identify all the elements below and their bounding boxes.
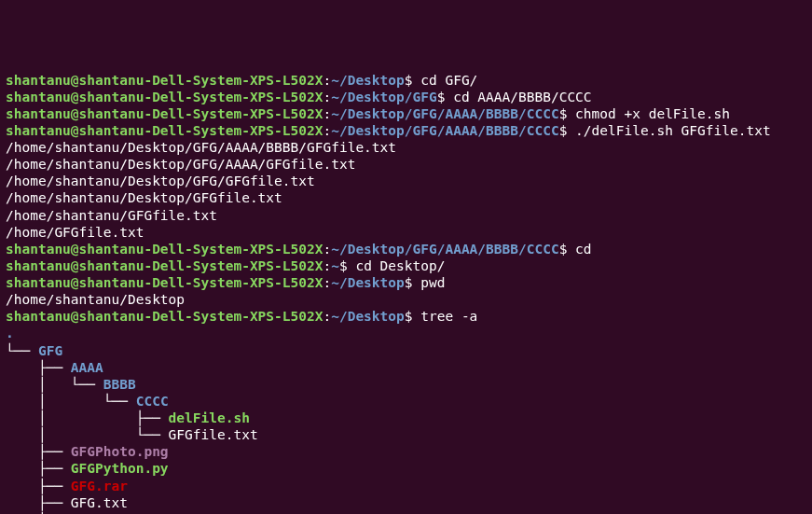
- tree-branch: │ └──: [6, 394, 136, 409]
- tree-node: GFGfile.txt: [169, 427, 258, 442]
- tree-row: ├── GFGPhoto.png: [6, 443, 806, 460]
- prompt-dollar: $: [405, 73, 413, 88]
- prompt-path: ~/Desktop/GFG/AAAA/BBBB/CCCC: [331, 242, 558, 257]
- output-line: /home/shantanu/Desktop/GFG/AAAA/GFGfile.…: [6, 156, 806, 173]
- command-text: cd GFG/: [413, 73, 478, 88]
- tree-branch: └──: [6, 343, 38, 358]
- terminal-line: shantanu@shantanu-Dell-System-XPS-L502X:…: [6, 122, 806, 139]
- prompt-colon: :: [323, 73, 331, 88]
- tree-row: ├── GFG.rar: [6, 478, 806, 494]
- prompt-colon: :: [323, 309, 331, 324]
- output-line: /home/GFGfile.txt: [6, 224, 806, 241]
- prompt-user: shantanu@shantanu-Dell-System-XPS-L502X: [6, 106, 323, 121]
- tree-row: ├── AAAA: [6, 359, 806, 376]
- prompt-colon: :: [323, 90, 331, 104]
- command-text: tree -a: [413, 309, 478, 324]
- tree-row: ├── GFG.txt: [6, 494, 806, 511]
- prompt-colon: :: [323, 242, 331, 257]
- prompt-path: ~/Desktop: [331, 309, 405, 324]
- tree-node: CCCC: [136, 394, 169, 409]
- output-line: /home/shantanu/Desktop: [6, 291, 806, 308]
- prompt-colon: :: [323, 106, 331, 121]
- prompt-user: shantanu@shantanu-Dell-System-XPS-L502X: [6, 90, 323, 104]
- prompt-user: shantanu@shantanu-Dell-System-XPS-L502X: [6, 275, 323, 290]
- tree-branch: ├──: [6, 360, 71, 375]
- terminal-line: shantanu@shantanu-Dell-System-XPS-L502X:…: [6, 257, 806, 274]
- output-line: /home/shantanu/Desktop/GFG/GFGfile.txt: [6, 173, 806, 189]
- tree-node: GFG: [38, 343, 62, 358]
- terminal-line: shantanu@shantanu-Dell-System-XPS-L502X:…: [6, 274, 806, 291]
- prompt-path: ~/Desktop/GFG: [331, 90, 437, 104]
- command-text: cd: [567, 242, 591, 257]
- tree-root: .: [6, 325, 806, 341]
- command-text: pwd: [413, 275, 446, 290]
- command-text: cd Desktop/: [348, 258, 446, 273]
- output-line: /home/shantanu/Desktop/GFG/AAAA/BBBB/GFG…: [6, 139, 806, 156]
- tree-node: delFile.sh: [169, 410, 250, 425]
- tree-branch: ├──: [6, 461, 71, 476]
- tree-row: ├── GFGPython.py: [6, 460, 806, 477]
- tree-row: └── GFG: [6, 342, 806, 359]
- terminal-line: shantanu@shantanu-Dell-System-XPS-L502X:…: [6, 308, 806, 325]
- tree-node: AAAA: [71, 360, 103, 375]
- tree-node: GFG.txt: [71, 495, 128, 510]
- prompt-dollar: $: [405, 275, 413, 290]
- terminal-line: shantanu@shantanu-Dell-System-XPS-L502X:…: [6, 89, 806, 105]
- tree-branch: ├──: [6, 495, 71, 510]
- prompt-colon: :: [323, 123, 331, 138]
- prompt-colon: :: [323, 275, 331, 290]
- prompt-path: ~/Desktop: [331, 275, 405, 290]
- tree-row: │ ├── delFile.sh: [6, 410, 806, 426]
- prompt-user: shantanu@shantanu-Dell-System-XPS-L502X: [6, 258, 323, 273]
- prompt-path: ~/Desktop: [331, 73, 405, 88]
- tree-node: GFGPhoto.png: [71, 444, 169, 459]
- output-line: /home/shantanu/GFGfile.txt: [6, 207, 806, 224]
- prompt-user: shantanu@shantanu-Dell-System-XPS-L502X: [6, 73, 323, 88]
- prompt-dollar: $: [339, 258, 348, 273]
- prompt-user: shantanu@shantanu-Dell-System-XPS-L502X: [6, 123, 323, 138]
- tree-branch: ├──: [6, 444, 71, 459]
- prompt-user: shantanu@shantanu-Dell-System-XPS-L502X: [6, 242, 323, 257]
- output-line: /home/shantanu/Desktop/GFGfile.txt: [6, 189, 806, 206]
- prompt-colon: :: [323, 258, 331, 273]
- terminal-line: shantanu@shantanu-Dell-System-XPS-L502X:…: [6, 241, 806, 257]
- tree-row: │ └── GFGfile.txt: [6, 426, 806, 443]
- tree-branch: ├──: [6, 479, 71, 493]
- terminal-line: shantanu@shantanu-Dell-System-XPS-L502X:…: [6, 105, 806, 122]
- command-text: chmod +x delFile.sh: [567, 106, 730, 121]
- prompt-path: ~/Desktop/GFG/AAAA/BBBB/CCCC: [331, 106, 558, 121]
- prompt-user: shantanu@shantanu-Dell-System-XPS-L502X: [6, 309, 323, 324]
- tree-node: GFG.rar: [71, 479, 128, 493]
- prompt-path: ~: [331, 258, 339, 273]
- tree-node: GFGPython.py: [71, 461, 169, 476]
- tree-row: │ └── BBBB: [6, 376, 806, 393]
- tree-node: BBBB: [103, 377, 136, 392]
- prompt-dollar: $: [405, 309, 413, 324]
- tree-branch: │ └──: [6, 427, 169, 442]
- prompt-path: ~/Desktop/GFG/AAAA/BBBB/CCCC: [331, 123, 558, 138]
- terminal-line: shantanu@shantanu-Dell-System-XPS-L502X:…: [6, 72, 806, 89]
- terminal[interactable]: shantanu@shantanu-Dell-System-XPS-L502X:…: [6, 72, 806, 515]
- command-text: ./delFile.sh GFGfile.txt: [567, 123, 770, 138]
- tree-branch: │ ├──: [6, 410, 169, 425]
- tree-branch: │ └──: [6, 377, 103, 392]
- command-text: cd AAAA/BBBB/CCCC: [445, 90, 591, 104]
- tree-row: │ └── CCCC: [6, 393, 806, 410]
